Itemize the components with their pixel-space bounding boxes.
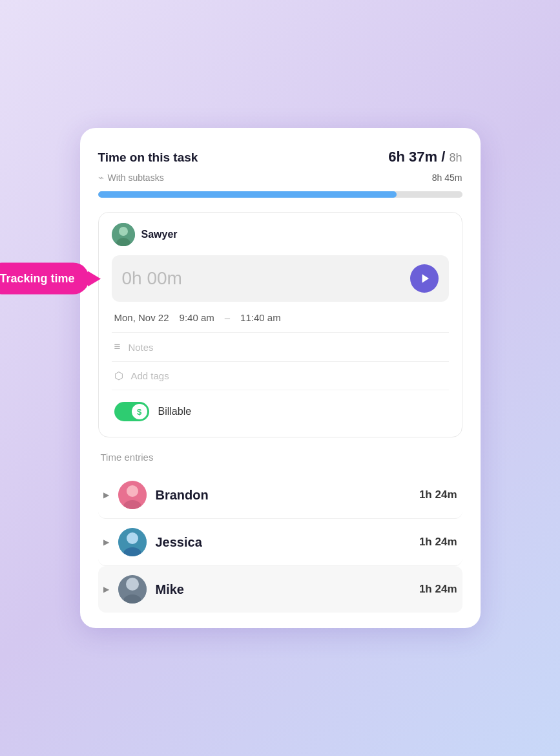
sawyer-name: Sawyer (141, 229, 178, 240)
main-card: Time on this task 6h 37m / 8h ⌁ With sub… (80, 128, 481, 628)
mike-avatar (118, 575, 147, 604)
subtasks-label: ⌁ With subtasks (98, 172, 164, 184)
entry-time-mike: 1h 24m (419, 583, 457, 596)
header-row: Time on this task 6h 37m / 8h (98, 149, 462, 165)
entry-start-time: 9:40 am (180, 312, 214, 323)
toggle-knob: $ (132, 404, 147, 419)
entry-end-time: 11:40 am (240, 312, 281, 323)
timer-display: 0h 00m (122, 268, 182, 289)
tracking-time-label: Tracking time (0, 272, 75, 286)
entries-section: Time entries ▶ Brandon 1h 24m ▶ (98, 449, 462, 613)
billable-label: Billable (158, 406, 192, 417)
progress-bar-container (98, 191, 462, 198)
entry-date: Mon, Nov 22 (114, 312, 169, 323)
entries-title: Time entries (98, 452, 462, 463)
svg-marker-3 (422, 274, 429, 283)
sawyer-header: Sawyer (112, 223, 449, 246)
entry-time-brandon: 1h 24m (419, 488, 457, 501)
svg-point-8 (127, 532, 138, 544)
entry-row-mike[interactable]: ▶ Mike 1h 24m (98, 566, 462, 613)
expand-icon-jessica: ▶ (103, 538, 109, 547)
entry-name-brandon: Brandon (156, 488, 410, 503)
tag-icon: ⬡ (114, 370, 123, 382)
tags-placeholder: Add tags (131, 370, 169, 381)
timer-row: Tracking time 0h 00m (112, 255, 449, 302)
subtasks-icon: ⌁ (98, 172, 104, 184)
subtasks-label-text: With subtasks (108, 173, 164, 183)
notes-icon: ≡ (114, 341, 121, 353)
billable-row: $ Billable (112, 399, 449, 424)
tracking-time-tooltip: Tracking time (0, 263, 89, 295)
sawyer-section: Sawyer Tracking time 0h 00m Mon, Nov 22 … (98, 212, 462, 437)
entry-name-jessica: Jessica (156, 535, 410, 550)
notes-row[interactable]: ≡ Notes (112, 332, 449, 361)
dollar-icon: $ (137, 407, 141, 417)
start-timer-button[interactable] (410, 264, 439, 293)
time-total-value: 8h (449, 151, 462, 164)
entry-row-brandon[interactable]: ▶ Brandon 1h 24m (98, 472, 462, 519)
time-logged-display: 6h 37m / 8h (388, 149, 462, 165)
subtasks-row: ⌁ With subtasks 8h 45m (98, 172, 462, 184)
jessica-avatar (118, 528, 147, 556)
time-logged-value: 6h 37m (388, 149, 437, 165)
svg-point-11 (126, 578, 139, 591)
task-time-label: Time on this task (98, 151, 198, 165)
entry-time-jessica: 1h 24m (419, 536, 457, 549)
progress-bar-fill (98, 191, 397, 198)
expand-icon-mike: ▶ (103, 585, 109, 594)
time-range-separator: – (225, 312, 230, 323)
time-range-row: Mon, Nov 22 9:40 am – 11:40 am (112, 312, 449, 323)
tags-row[interactable]: ⬡ Add tags (112, 361, 449, 390)
sawyer-avatar (112, 223, 135, 246)
svg-point-5 (127, 485, 138, 497)
svg-point-1 (119, 227, 128, 236)
subtasks-time-value: 8h 45m (432, 173, 462, 183)
play-icon (419, 273, 431, 284)
time-separator: / (437, 149, 449, 165)
notes-placeholder: Notes (128, 342, 153, 353)
entry-name-mike: Mike (156, 582, 410, 597)
entry-row-jessica[interactable]: ▶ Jessica 1h 24m (98, 519, 462, 566)
expand-icon-brandon: ▶ (103, 490, 109, 499)
brandon-avatar (118, 481, 147, 509)
billable-toggle[interactable]: $ (114, 402, 149, 421)
